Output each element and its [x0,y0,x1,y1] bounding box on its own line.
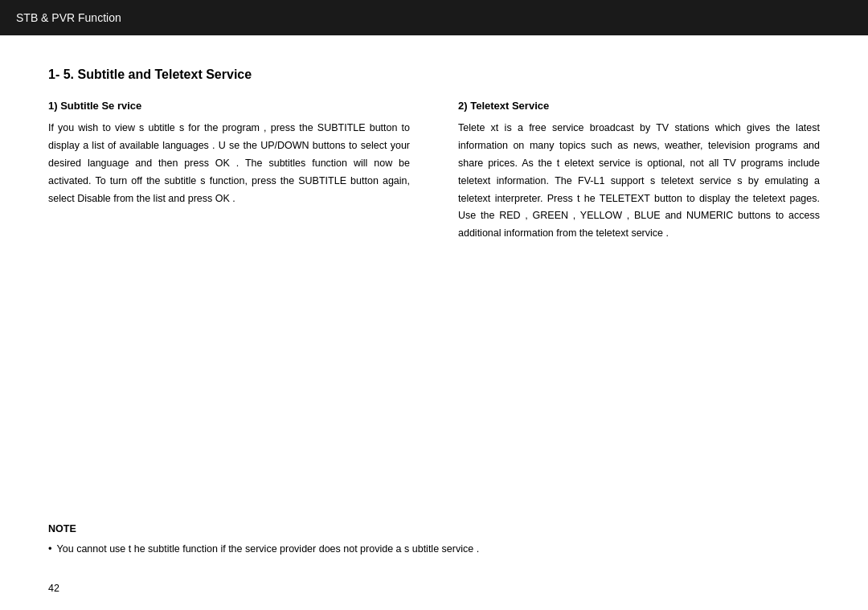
right-subsection-title: 2) Teletext Service [458,100,820,112]
section-title: 1- 5. Subtitle and Teletext Service [48,68,820,82]
note-item-text: You cannot use t he subtitle function if… [57,541,480,559]
left-subsection-title: 1) Subtitle Se rvice [48,100,410,112]
left-column: 1) Subtitle Se rvice If you wish to view… [48,100,418,243]
page-header: STB & PVR Function [0,0,868,35]
note-section: NOTE • You cannot use t he subtitle func… [48,523,820,562]
note-title: NOTE [48,523,820,534]
page-number: 42 [48,583,59,594]
bullet-icon: • [48,542,52,555]
header-title: STB & PVR Function [16,11,121,24]
right-column: 2) Teletext Service Telete xt is a free … [450,100,820,243]
note-bullet-item: • You cannot use t he subtitle function … [48,541,820,559]
left-body-text: If you wish to view s ubtitle s for the … [48,120,410,207]
two-column-layout: 1) Subtitle Se rvice If you wish to view… [48,100,820,243]
right-body-text: Telete xt is a free service broadcast by… [458,120,820,243]
page-content: 1- 5. Subtitle and Teletext Service 1) S… [0,35,868,610]
